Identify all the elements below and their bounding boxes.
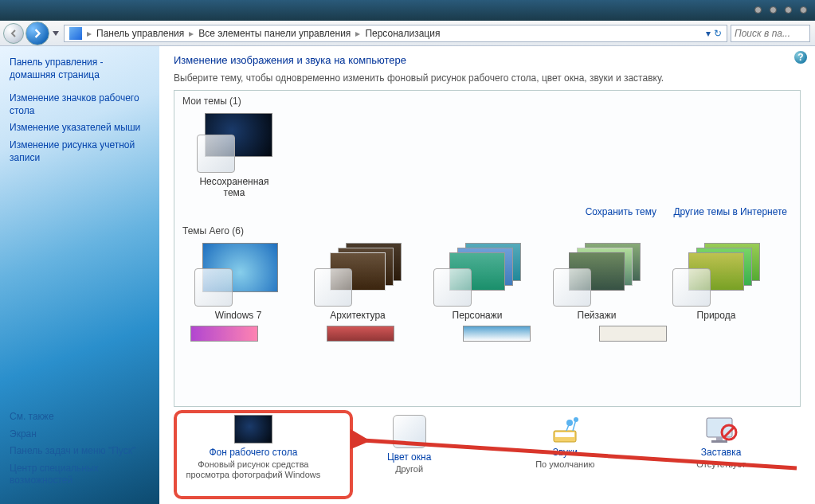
sidebar-link-taskbar[interactable]: Панель задач и меню "Пуск"	[0, 443, 159, 460]
aero-themes-label: Темы Aero (6)	[174, 221, 800, 238]
search-box[interactable]	[731, 25, 810, 42]
link-title: Звуки	[493, 447, 637, 458]
dot-icon	[800, 6, 807, 14]
sounds-link[interactable]: Звуки По умолчанию	[493, 415, 637, 470]
wallpaper-thumb[interactable]	[327, 326, 394, 342]
window-controls	[754, 6, 807, 14]
theme-name: Персонажи	[429, 310, 525, 321]
theme-item-landscapes[interactable]: Пейзажи	[549, 243, 645, 321]
link-subtitle: По умолчанию	[493, 459, 637, 470]
link-title: Фон рабочего стола	[182, 447, 325, 458]
wallpaper-thumb[interactable]	[599, 326, 667, 342]
sidebar-link-display[interactable]: Экран	[0, 426, 159, 443]
wallpaper-icon	[234, 415, 272, 443]
browser-chrome-strip	[0, 0, 815, 21]
page-subtitle: Выберите тему, чтобы одновременно измени…	[174, 72, 801, 84]
svg-rect-5	[716, 437, 723, 440]
svg-rect-1	[555, 432, 574, 437]
theme-item-windows7[interactable]: Windows 7	[190, 243, 286, 321]
glass-overlay-icon	[433, 268, 472, 307]
sidebar-link-home[interactable]: Панель управления - домашняя страница	[0, 54, 159, 84]
dropdown-icon[interactable]: ▾	[706, 28, 711, 39]
glass-overlay-icon	[314, 268, 352, 307]
breadcrumb-item[interactable]: Все элементы панели управления	[195, 28, 354, 39]
forward-button[interactable]	[25, 21, 49, 45]
screensaver-icon	[702, 415, 740, 443]
theme-name: Несохраненная тема	[190, 176, 278, 198]
window-color-icon	[393, 415, 426, 448]
search-input[interactable]	[735, 28, 806, 39]
theme-item-nature[interactable]: Природа	[668, 243, 764, 321]
theme-item-architecture[interactable]: Архитектура	[310, 243, 406, 321]
themes-panel: Мои темы (1) Несохраненная тема Сохранит…	[174, 90, 801, 407]
online-themes-link[interactable]: Другие темы в Интернете	[673, 206, 787, 217]
wallpaper-thumb[interactable]	[463, 326, 531, 342]
chevron-right-icon[interactable]: ▸	[85, 28, 93, 39]
link-subtitle: Другой	[338, 464, 481, 475]
sidebar-link-account-pic[interactable]: Изменение рисунка учетной записи	[0, 137, 159, 166]
dot-icon	[770, 6, 777, 14]
navigation-toolbar: ▸ Панель управления ▸ Все элементы панел…	[0, 21, 815, 46]
save-theme-link[interactable]: Сохранить тему	[586, 206, 656, 217]
theme-name: Природа	[668, 310, 764, 321]
dot-icon	[754, 6, 762, 14]
screensaver-link[interactable]: Заставка Отсутствует	[649, 415, 793, 470]
link-title: Цвет окна	[338, 451, 481, 463]
theme-name: Windows 7	[190, 310, 286, 321]
svg-rect-6	[711, 440, 727, 443]
window-color-link[interactable]: Цвет окна Другой	[338, 415, 481, 475]
glass-overlay-icon	[194, 268, 233, 307]
glass-overlay-icon	[197, 135, 235, 173]
link-subtitle: Фоновый рисунок средства просмотра фотог…	[182, 459, 325, 480]
sidebar-link-accessibility[interactable]: Центр специальных возможностей	[0, 460, 159, 490]
wallpaper-thumb[interactable]	[190, 326, 258, 342]
theme-name: Архитектура	[310, 310, 406, 321]
breadcrumb-item[interactable]: Панель управления	[93, 28, 187, 39]
theme-item-unsaved[interactable]: Несохраненная тема	[190, 113, 278, 198]
breadcrumb-item[interactable]: Персонализация	[362, 28, 443, 39]
partial-theme-row	[174, 326, 800, 342]
dot-icon	[785, 6, 792, 14]
sidebar-link-pointers[interactable]: Изменение указателей мыши	[0, 119, 159, 137]
sidebar-see-also: См. также	[0, 408, 159, 426]
desktop-background-link[interactable]: Фон рабочего стола Фоновый рисунок средс…	[182, 415, 325, 480]
back-button[interactable]	[3, 23, 24, 44]
glass-overlay-icon	[553, 268, 591, 307]
chevron-right-icon[interactable]: ▸	[187, 28, 195, 39]
chevron-right-icon[interactable]: ▸	[354, 28, 362, 39]
sidebar-link-icons[interactable]: Изменение значков рабочего стола	[0, 90, 159, 119]
my-themes-label: Мои темы (1)	[174, 91, 800, 108]
theme-name: Пейзажи	[549, 310, 645, 321]
help-icon[interactable]: ?	[794, 51, 807, 64]
bottom-settings-bar: Фон рабочего стола Фоновый рисунок средс…	[159, 408, 815, 504]
link-subtitle: Отсутствует	[649, 459, 793, 470]
glass-overlay-icon	[672, 268, 711, 307]
history-dropdown[interactable]	[51, 23, 61, 44]
sidebar: Панель управления - домашняя страница Из…	[0, 46, 159, 504]
breadcrumb-bar[interactable]: ▸ Панель управления ▸ Все элементы панел…	[64, 25, 727, 42]
link-title: Заставка	[649, 447, 793, 458]
page-title: Изменение изображения и звука на компьют…	[174, 54, 801, 66]
sounds-icon	[546, 415, 584, 443]
theme-item-characters[interactable]: Персонажи	[429, 243, 525, 321]
control-panel-icon	[69, 27, 82, 40]
refresh-icon[interactable]: ↻	[714, 28, 722, 39]
